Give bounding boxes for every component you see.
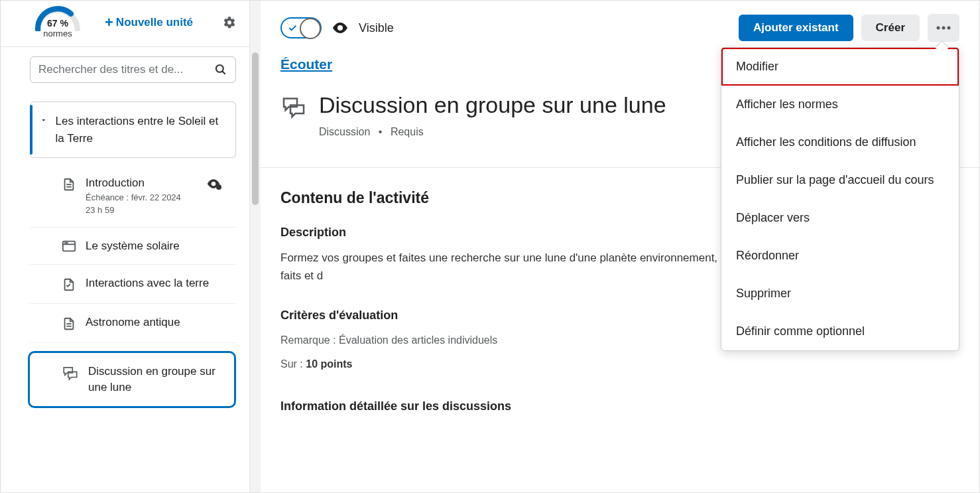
gauge-percent: 67 % (31, 18, 85, 29)
visibility-badge-icon (207, 179, 220, 188)
criteria-score: Sur : 10 points (280, 358, 959, 370)
search-icon (214, 63, 227, 76)
menu-item-show-standards[interactable]: Afficher les normes (721, 86, 959, 123)
tree-item[interactable]: Introduction Échéance : févr. 22 2024 23… (30, 165, 236, 228)
tree-item[interactable]: Astronome antique (30, 304, 236, 343)
separator: • (379, 126, 383, 137)
visibility-label: Visible (359, 21, 394, 35)
title-block: Discussion en groupe sur une lune Discus… (319, 91, 666, 138)
unit-children: Introduction Échéance : févr. 22 2024 23… (30, 165, 236, 408)
sidebar-body: Les interactions entre le Soleil et la T… (1, 47, 249, 492)
new-unit-button[interactable]: + Nouvelle unité (105, 15, 193, 30)
item-meta: 23 h 59 (86, 205, 227, 216)
item-title: Introduction (86, 175, 227, 191)
document-icon (62, 316, 76, 332)
menu-item-set-optional[interactable]: Définir comme optionnel (721, 313, 959, 350)
webpage-icon (62, 240, 76, 253)
listen-link[interactable]: Écouter (280, 56, 332, 72)
svg-point-0 (216, 65, 223, 72)
sidebar: 67 % normes + Nouvelle unité Les interac… (1, 1, 250, 492)
assignment-icon (62, 277, 76, 293)
search-input[interactable] (38, 63, 209, 76)
item-title: Astronome antique (86, 315, 227, 330)
create-button[interactable]: Créer (861, 15, 920, 41)
menu-item-reorder[interactable]: Réordonner (721, 237, 959, 275)
eye-icon (332, 22, 348, 34)
svg-point-11 (942, 27, 946, 30)
tree-item-selected[interactable]: Discussion en groupe sur une lune (28, 351, 236, 408)
search-input-wrap[interactable] (30, 56, 236, 83)
scrollbar[interactable] (250, 1, 261, 492)
svg-line-1 (223, 72, 225, 74)
more-options-button[interactable] (928, 14, 959, 42)
menu-item-delete[interactable]: Supprimer (721, 275, 959, 313)
unit-row[interactable]: Les interactions entre le Soleil et la T… (30, 102, 236, 158)
caret-down-icon (40, 115, 48, 125)
visibility-toggle[interactable] (280, 17, 322, 38)
document-icon (62, 176, 76, 192)
unit-title: Les interactions entre le Soleil et la T… (56, 113, 223, 147)
toggle-knob (300, 18, 321, 39)
discussion-icon (280, 95, 307, 119)
add-existing-button[interactable]: Ajouter existant (739, 15, 853, 41)
item-title: Discussion en groupe sur une lune (88, 364, 225, 395)
plus-icon: + (105, 15, 113, 30)
item-meta: Échéance : févr. 22 2024 (86, 192, 227, 204)
menu-item-release-conditions[interactable]: Afficher les conditions de diffusion (721, 123, 959, 161)
tree-item[interactable]: Interactions avec la terre (30, 265, 236, 304)
ellipsis-icon (936, 26, 951, 30)
top-actions: Ajouter existant Créer (739, 14, 959, 42)
menu-item-move-to[interactable]: Déplacer vers (721, 199, 959, 237)
item-title: Interactions avec la terre (86, 275, 227, 291)
main-panel: Visible Ajouter existant Créer Écouter D… (261, 1, 979, 492)
gauge-label: normes (43, 29, 72, 38)
svg-point-7 (67, 242, 68, 243)
menu-item-publish-homepage[interactable]: Publier sur la page d'accueil du cours (721, 161, 959, 199)
svg-point-12 (948, 27, 951, 30)
gear-icon[interactable] (223, 16, 236, 29)
sidebar-header: 67 % normes + Nouvelle unité (1, 1, 249, 42)
details-heading: Information détaillée sur les discussion… (280, 399, 959, 413)
title-meta: Discussion • Requis (319, 126, 666, 138)
activity-title: Discussion en groupe sur une lune (319, 91, 666, 119)
activity-required: Requis (391, 126, 424, 137)
out-of-value: 10 points (306, 358, 352, 370)
activity-type: Discussion (319, 126, 370, 137)
item-title: Le système solaire (86, 238, 227, 254)
discussion-icon (62, 365, 79, 381)
standards-gauge[interactable]: 67 % normes (31, 6, 85, 38)
svg-point-6 (65, 242, 66, 243)
new-unit-label: Nouvelle unité (116, 16, 193, 29)
more-options-menu: Modifier Afficher les normes Afficher le… (721, 47, 959, 351)
tree-item[interactable]: Le système solaire (30, 228, 236, 265)
svg-point-10 (937, 27, 940, 30)
out-of-label: Sur : (280, 358, 306, 370)
scrollbar-thumb[interactable] (252, 52, 259, 205)
menu-item-modifier[interactable]: Modifier (721, 48, 959, 86)
check-icon (287, 23, 298, 33)
content-tree: Les interactions entre le Soleil et la T… (30, 102, 236, 408)
